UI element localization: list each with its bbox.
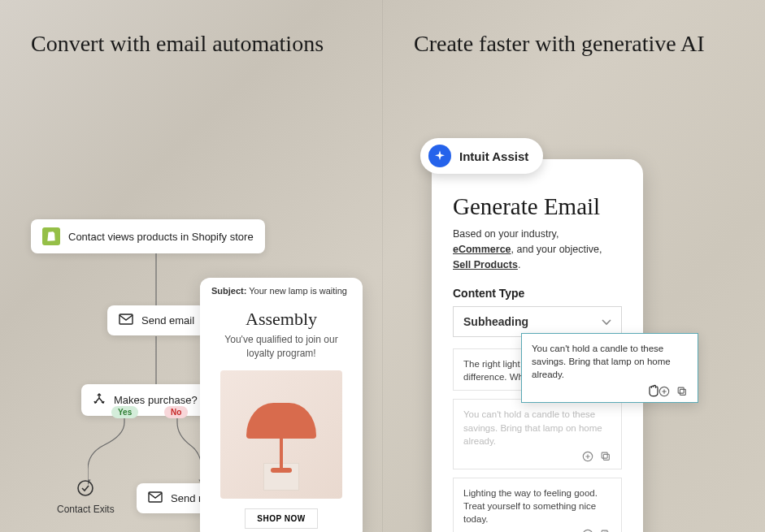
suggestion-text: You can't hold a candle to these savings… <box>463 409 602 445</box>
email-brand: Assembly <box>200 309 363 330</box>
send-email-node[interactable]: Send email <box>107 305 206 335</box>
right-heading: Create faster with generative AI <box>414 31 741 57</box>
suggestion-card[interactable]: You can't hold a candle to these savings… <box>453 399 622 469</box>
svg-rect-4 <box>603 454 609 460</box>
left-heading: Convert with email automations <box>31 31 358 57</box>
email-preview-card: Subject: Your new lamp is waiting Assemb… <box>200 278 363 532</box>
decision-node[interactable]: Makes purchase? <box>81 384 209 416</box>
generate-subtitle: Based on your industry, eCommerce, and y… <box>453 227 622 272</box>
plus-circle-icon[interactable] <box>582 529 593 532</box>
product-image <box>220 370 342 499</box>
trigger-label: Contact views products in Shopify store <box>68 231 254 243</box>
svg-rect-10 <box>680 390 685 396</box>
generate-title: Generate Email <box>453 193 622 220</box>
branch-yes-pill: Yes <box>111 406 138 418</box>
plus-circle-icon[interactable] <box>582 451 593 462</box>
shopify-icon <box>42 227 60 245</box>
sparkle-icon <box>428 145 451 167</box>
email-automations-column: Convert with email automations Contact v… <box>0 0 383 532</box>
objective-link[interactable]: Sell Products <box>453 259 518 270</box>
select-value: Subheading <box>463 315 528 328</box>
copy-icon[interactable] <box>600 451 611 462</box>
email-copy: You've qualified to join our loyalty pro… <box>200 333 363 370</box>
exit-label: Contact Exits <box>57 504 115 515</box>
trigger-node[interactable]: Contact views products in Shopify store <box>31 219 265 253</box>
svg-rect-0 <box>120 314 133 324</box>
grab-cursor-icon <box>645 383 662 399</box>
check-circle-icon <box>76 479 94 497</box>
suggestion-tooltip[interactable]: You can't hold a candle to these savings… <box>521 333 698 403</box>
copy-icon[interactable] <box>600 529 611 532</box>
svg-rect-11 <box>678 387 684 393</box>
generative-ai-column: Create faster with generative AI Intuit … <box>383 0 765 532</box>
tooltip-text: You can't hold a candle to these savings… <box>532 344 671 379</box>
split-icon <box>93 392 106 408</box>
envelope-icon <box>148 491 163 505</box>
content-type-label: Content Type <box>453 287 622 300</box>
contact-exits: Contact Exits <box>57 479 115 515</box>
automation-flow: Contact views products in Shopify store … <box>31 81 358 532</box>
intuit-assist-pill[interactable]: Intuit Assist <box>420 138 543 174</box>
svg-rect-5 <box>602 452 607 458</box>
copy-icon[interactable] <box>676 386 688 397</box>
send-label: Send email <box>141 314 194 327</box>
branch-no-pill: No <box>164 406 188 418</box>
envelope-icon <box>119 314 133 327</box>
decision-label: Makes purchase? <box>114 394 198 406</box>
svg-point-1 <box>78 481 93 495</box>
assist-label: Intuit Assist <box>459 149 528 163</box>
industry-link[interactable]: eCommerce <box>453 244 511 255</box>
shop-now-button[interactable]: SHOP NOW <box>245 508 317 529</box>
email-subject: Subject: Your new lamp is waiting <box>200 278 363 302</box>
chevron-down-icon <box>602 315 611 328</box>
suggestion-text: Lighting the way to feeling good. Treat … <box>463 488 598 524</box>
svg-rect-2 <box>149 492 162 502</box>
suggestion-card[interactable]: Lighting the way to feeling good. Treat … <box>453 478 622 532</box>
